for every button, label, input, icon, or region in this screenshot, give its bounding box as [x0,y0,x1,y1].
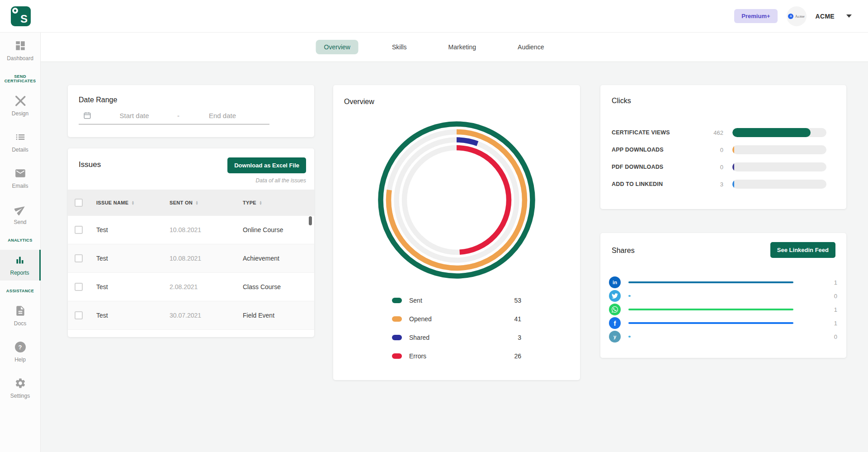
cell-issue-name: Test [96,226,170,233]
legend-label: Shared [409,334,429,341]
click-row-app-downloads: APP DOWNLOADS 0 [600,145,846,154]
sidebar-label: Settings [10,393,30,399]
sidebar-item-details[interactable]: Details [0,127,40,157]
cell-type: Achievement [243,255,314,262]
sidebar-label: Design [12,110,28,117]
shares-card: Shares See Linkedin Feed in 1 0 1 f [600,233,846,358]
share-row-yammer: y 0 [600,331,846,343]
row-checkbox[interactable] [75,311,83,319]
legend-item-shared: Shared 3 [392,334,521,341]
main-content: Date Range Start date - End date Issues … [41,62,868,452]
see-linkedin-feed-button[interactable]: See Linkedin Feed [770,242,835,258]
share-row-linkedin: in 1 [600,276,846,288]
cell-type: Class Course [243,283,314,290]
sidebar-item-send[interactable]: Send [0,199,40,230]
row-checkbox[interactable] [75,254,83,262]
chevron-down-icon[interactable] [846,14,852,18]
sidebar-item-docs[interactable]: Docs [0,300,40,331]
tab-skills[interactable]: Skills [384,40,415,54]
table-scrollbar[interactable] [309,216,312,225]
cell-sent-on: 30.07.2021 [170,312,243,319]
shares-title: Shares [612,247,635,255]
tab-audience[interactable]: Audience [509,40,552,54]
document-icon [14,305,26,317]
sidebar-item-dashboard[interactable]: Dashboard [0,35,40,66]
tab-overview[interactable]: Overview [316,40,359,54]
share-row-facebook: f 1 [600,317,846,329]
legend-label: Sent [409,297,422,304]
issues-title: Issues [79,160,101,169]
org-name[interactable]: ACME [816,13,835,20]
legend-swatch [392,298,402,303]
tab-marketing[interactable]: Marketing [440,40,484,54]
premium-button[interactable]: Premium+ [734,9,777,23]
metric-value: 0 [698,147,723,153]
metric-value: 462 [698,129,723,136]
design-icon [14,95,26,107]
metric-label: ADD TO LINKEDIN [612,181,689,187]
legend-label: Opened [409,315,432,323]
table-row[interactable]: Test 2.08.2021 Class Course [68,273,314,301]
sidebar-item-help[interactable]: ? Help [0,337,40,367]
gear-icon [14,377,26,389]
app-logo[interactable]: S [11,6,31,26]
click-row-add-to-linkedin: ADD TO LINKEDIN 3 [600,180,846,189]
table-row[interactable]: Test 10.08.2021 Online Course [68,216,314,244]
row-checkbox[interactable] [75,226,83,234]
legend-value: 3 [518,334,521,341]
column-header-issue-name[interactable]: ISSUE NAME ▲▼ [96,200,170,205]
share-row-whatsapp: 1 [600,304,846,315]
sidebar: Dashboard SEND CERTIFICATES Design Detai… [0,33,41,452]
sidebar-label: Details [12,147,28,153]
cell-issue-name: Test [96,255,170,262]
end-date-field[interactable]: End date [179,112,265,119]
metric-value: 3 [698,181,723,188]
list-icon [14,131,26,143]
sidebar-label: Send [14,219,26,225]
sort-icon: ▲▼ [195,200,198,205]
date-range-input[interactable]: Start date - End date [79,111,269,124]
sidebar-item-settings[interactable]: Settings [0,373,40,404]
sidebar-item-emails[interactable]: Emails [0,163,40,194]
share-value: 1 [834,320,837,327]
clicks-bars-chart: CERTIFICATE VIEWS 462 APP DOWNLOADS 0 PD… [600,128,846,197]
cell-issue-name: Test [96,312,170,319]
send-icon [14,204,26,215]
download-excel-button[interactable]: Download as Excel File [227,157,306,173]
avatar-label: Acme [795,14,805,19]
clicks-card: Clicks CERTIFICATE VIEWS 462 APP DOWNLOA… [600,85,846,209]
legend-label: Errors [409,352,426,360]
sidebar-item-reports[interactable]: Reports [0,250,41,281]
bar-fill [732,180,734,189]
issues-subtitle: Data of all the issues [256,177,306,184]
cell-sent-on: 10.08.2021 [170,226,243,233]
calendar-icon [83,111,91,119]
bar-track [732,162,826,171]
sidebar-item-design[interactable]: Design [0,90,40,121]
row-checkbox[interactable] [75,283,83,291]
share-bar [628,281,793,283]
share-value: 1 [834,306,837,313]
cell-type: Online Course [243,226,314,233]
legend-item-sent: Sent 53 [392,297,521,304]
sidebar-label: Reports [10,270,29,276]
sidebar-label: Docs [14,320,26,327]
org-avatar[interactable]: A Acme [787,6,807,26]
share-bar [628,295,631,297]
legend-swatch [392,353,402,359]
select-all-checkbox[interactable] [75,199,83,207]
issues-card: Issues Download as Excel File Data of al… [68,148,314,337]
share-bar [628,322,793,324]
radial-rings-chart [378,121,535,279]
click-row-certificate-views: CERTIFICATE VIEWS 462 [600,128,846,137]
table-row[interactable]: Test 30.07.2021 Field Event [68,301,314,330]
column-header-type[interactable]: TYPE ▲▼ [243,200,314,205]
column-header-sent-on[interactable]: SENT ON ▲▼ [170,200,243,205]
tabs-bar: Overview Skills Marketing Audience [41,33,868,62]
legend-item-errors: Errors 26 [392,352,521,360]
start-date-field[interactable]: Start date [91,112,177,119]
table-row[interactable]: Test 10.08.2021 Achievement [68,244,314,273]
metric-value: 0 [698,164,723,171]
clicks-title: Clicks [612,97,631,105]
help-icon: ? [14,341,26,353]
